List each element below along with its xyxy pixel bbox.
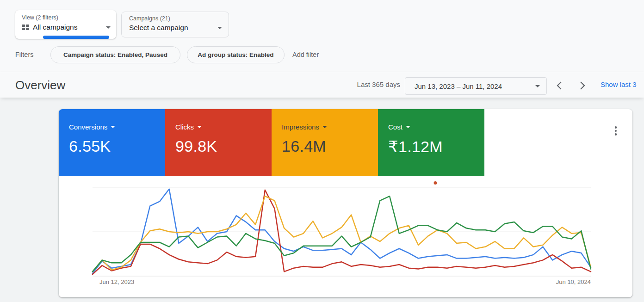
filters-bar: Filters Campaign status: Enabled, Paused… <box>0 46 644 64</box>
filter-chip-ad-group-status[interactable]: Ad group status: Enabled <box>187 46 285 63</box>
chevron-right-icon <box>579 81 586 90</box>
x-axis-start-label: Jun 12, 2023 <box>99 278 134 285</box>
show-last-link[interactable]: Show last 3 <box>601 80 637 88</box>
page-title: Overview <box>15 78 65 92</box>
add-filter-button[interactable]: Add filter <box>292 51 319 58</box>
filters-label: Filters <box>15 51 33 58</box>
overview-card: Conversions 6.55K Clicks 99.8K Impressio… <box>59 109 632 297</box>
campaign-selector-label: Campaigns (21) <box>129 15 170 22</box>
previous-period-button[interactable] <box>553 80 565 92</box>
date-range-preset-label: Last 365 days <box>349 80 400 88</box>
date-range-value: Jun 13, 2023 – Jun 11, 2024 <box>415 82 502 90</box>
overview-line-chart <box>59 109 632 297</box>
overview-header: Overview Last 365 days Jun 13, 2023 – Ju… <box>0 72 644 98</box>
series-line-impressions <box>93 196 591 271</box>
top-toolbar: View (2 filters) All campaigns Campaigns… <box>0 0 644 72</box>
chevron-left-icon <box>556 81 563 90</box>
view-selector-value: All campaigns <box>33 23 78 31</box>
selected-view-indicator <box>43 36 109 39</box>
view-selector-dropdown[interactable]: View (2 filters) All campaigns <box>15 10 116 39</box>
series-line-clicks <box>93 190 591 274</box>
grid-view-icon <box>22 25 29 30</box>
campaign-selector-value: Select a campaign <box>129 24 188 32</box>
filter-chip-campaign-status[interactable]: Campaign status: Enabled, Paused <box>50 46 180 63</box>
chevron-down-icon <box>217 27 222 29</box>
x-axis-end-label: Jun 10, 2024 <box>498 278 591 285</box>
view-selector-label: View (2 filters) <box>22 14 58 21</box>
campaign-selector-dropdown[interactable]: Campaigns (21) Select a campaign <box>121 12 229 37</box>
series-line-cost <box>93 196 591 271</box>
chevron-down-icon <box>535 85 540 87</box>
annotation-dot[interactable] <box>434 181 437 185</box>
next-period-button[interactable] <box>576 80 588 92</box>
chevron-down-icon <box>106 26 111 29</box>
date-range-dropdown[interactable]: Jun 13, 2023 – Jun 11, 2024 <box>405 77 547 95</box>
